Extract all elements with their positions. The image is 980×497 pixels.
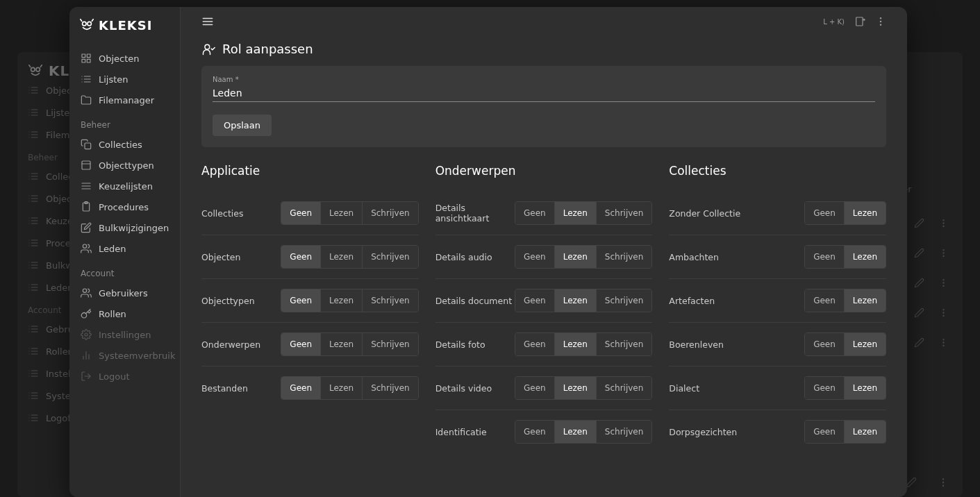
clipboard-icon: [81, 201, 92, 212]
toggle-schrijven[interactable]: Schrijven: [363, 289, 418, 312]
perm-label: Boerenleven: [669, 339, 804, 350]
perm-label: Details document: [435, 296, 515, 306]
toggle-lezen[interactable]: Lezen: [555, 377, 597, 399]
more-icon[interactable]: [938, 278, 949, 288]
perm-row: Details audioGeenLezenSchrijven: [435, 235, 653, 279]
nav-item-label: Filemanager: [99, 95, 154, 106]
toggle-geen[interactable]: Geen: [805, 333, 845, 355]
nav-item-filemanager[interactable]: Filemanager: [76, 90, 173, 110]
perm-label: Details video: [435, 383, 515, 394]
nav-item-label: Procedures: [99, 202, 149, 212]
more-icon[interactable]: [938, 308, 949, 318]
perm-column-collecties: CollectiesZonder CollectieGeenLezenAmbac…: [669, 164, 886, 453]
toggle-lezen[interactable]: Lezen: [555, 289, 597, 312]
perm-row: OnderwerpenGeenLezenSchrijven: [201, 323, 419, 367]
nav-item-objecttypen[interactable]: Objecttypen: [76, 155, 173, 176]
more-icon[interactable]: [938, 218, 949, 228]
nav-item-leden[interactable]: Leden: [76, 238, 173, 259]
toggle-group: GeenLezenSchrijven: [515, 289, 652, 312]
toggle-schrijven[interactable]: Schrijven: [597, 246, 652, 268]
toggle-geen[interactable]: Geen: [515, 421, 555, 443]
toggle-schrijven[interactable]: Schrijven: [363, 333, 418, 355]
toggle-geen[interactable]: Geen: [281, 333, 321, 355]
toggle-lezen[interactable]: Lezen: [845, 202, 886, 224]
pencil-icon[interactable]: [914, 337, 924, 348]
pencil-icon[interactable]: [914, 248, 924, 258]
toggle-geen[interactable]: Geen: [515, 377, 555, 399]
nav-item-gebruikers[interactable]: Gebruikers: [76, 283, 173, 303]
toggle-lezen[interactable]: Lezen: [845, 289, 886, 312]
toggle-geen[interactable]: Geen: [805, 377, 845, 399]
toggle-geen[interactable]: Geen: [515, 202, 555, 224]
toggle-lezen[interactable]: Lezen: [845, 421, 886, 443]
modal-sidebar: KLEKSI ObjectenLijstenFilemanager Beheer…: [69, 7, 181, 497]
pencil-icon[interactable]: [914, 278, 924, 288]
nav-item-lijsten[interactable]: Lijsten: [76, 69, 173, 90]
pencil-icon[interactable]: [914, 308, 924, 318]
toggle-schrijven[interactable]: Schrijven: [597, 289, 652, 312]
pencil-icon[interactable]: [906, 477, 917, 488]
nav-item-procedures[interactable]: Procedures: [76, 196, 173, 217]
toggle-schrijven[interactable]: Schrijven: [597, 202, 652, 224]
toggle-geen[interactable]: Geen: [805, 289, 845, 312]
toggle-lezen[interactable]: Lezen: [555, 333, 597, 355]
generic-icon: [28, 282, 39, 293]
toggle-schrijven[interactable]: Schrijven: [363, 246, 418, 268]
toggle-schrijven[interactable]: Schrijven: [597, 377, 652, 399]
toggle-schrijven[interactable]: Schrijven: [363, 377, 418, 399]
toggle-geen[interactable]: Geen: [805, 421, 845, 443]
toggle-lezen[interactable]: Lezen: [321, 333, 363, 355]
toggle-geen[interactable]: Geen: [281, 202, 321, 224]
toggle-lezen[interactable]: Lezen: [321, 377, 363, 399]
toggle-lezen[interactable]: Lezen: [321, 202, 363, 224]
toggle-geen[interactable]: Geen: [281, 377, 321, 399]
nav-item-objecten[interactable]: Objecten: [76, 48, 173, 69]
nav-item-rollen[interactable]: Rollen: [76, 303, 173, 324]
toggle-schrijven[interactable]: Schrijven: [597, 333, 652, 355]
perm-row: ObjecttypenGeenLezenSchrijven: [201, 279, 419, 323]
add-note-icon[interactable]: [854, 16, 865, 27]
toggle-schrijven[interactable]: Schrijven: [363, 202, 418, 224]
toggle-geen[interactable]: Geen: [281, 289, 321, 312]
toggle-lezen[interactable]: Lezen: [321, 246, 363, 268]
hamburger-icon[interactable]: [201, 15, 214, 28]
toggle-lezen[interactable]: Lezen: [845, 246, 886, 268]
perm-row: BestandenGeenLezenSchrijven: [201, 367, 419, 410]
perm-label: Onderwerpen: [201, 339, 281, 350]
nav-item-logout: Logout: [76, 366, 173, 387]
perm-label: Collecties: [201, 208, 281, 219]
more-icon[interactable]: [938, 248, 949, 258]
role-edit-modal: KLEKSI ObjectenLijstenFilemanager Beheer…: [69, 7, 907, 497]
generic-icon: [28, 171, 39, 182]
name-input[interactable]: [213, 85, 875, 102]
toggle-lezen[interactable]: Lezen: [845, 377, 886, 399]
nav-item-bulkwijzigingen[interactable]: Bulkwijzigingen: [76, 217, 173, 238]
users-icon: [81, 243, 92, 254]
toggle-group: GeenLezenSchrijven: [281, 332, 418, 356]
toggle-lezen[interactable]: Lezen: [555, 421, 597, 443]
toggle-geen[interactable]: Geen: [805, 246, 845, 268]
more-vertical-icon[interactable]: [875, 16, 886, 27]
perm-label: Dorpsgezichten: [669, 427, 804, 437]
toggle-lezen[interactable]: Lezen: [555, 246, 597, 268]
more-icon[interactable]: [938, 337, 949, 348]
generic-icon: [28, 215, 39, 226]
perm-label: Details ansichtkaart: [435, 203, 515, 224]
save-button[interactable]: Opslaan: [213, 115, 272, 136]
toggle-lezen[interactable]: Lezen: [555, 202, 597, 224]
nav-item-keuzelijsten[interactable]: Keuzelijsten: [76, 176, 173, 196]
more-icon[interactable]: [938, 477, 949, 488]
nav-item-collecties[interactable]: Collecties: [76, 134, 173, 155]
nav-item-systeemverbruik: Systeemverbruik: [76, 345, 173, 366]
toggle-geen[interactable]: Geen: [515, 289, 555, 312]
toggle-schrijven[interactable]: Schrijven: [597, 421, 652, 443]
toggle-lezen[interactable]: Lezen: [321, 289, 363, 312]
page-title: Rol aanpassen: [201, 42, 886, 56]
toggle-geen[interactable]: Geen: [281, 246, 321, 268]
toggle-geen[interactable]: Geen: [515, 333, 555, 355]
toggle-lezen[interactable]: Lezen: [845, 333, 886, 355]
pencil-icon[interactable]: [914, 218, 924, 228]
toggle-geen[interactable]: Geen: [515, 246, 555, 268]
chart-icon: [81, 350, 92, 361]
toggle-geen[interactable]: Geen: [805, 202, 845, 224]
